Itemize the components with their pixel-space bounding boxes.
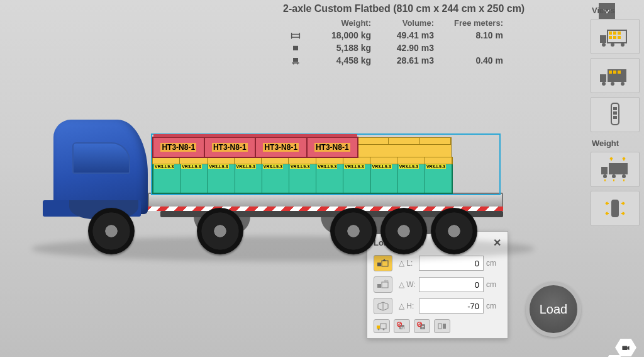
- svg-rect-14: [613, 36, 616, 39]
- capacity-icon: [283, 30, 308, 40]
- split-icon: [436, 322, 448, 331]
- free-header: Free meters:: [434, 18, 503, 28]
- delta-height-row: △ H: cm: [374, 298, 501, 314]
- svg-rect-8: [600, 35, 606, 43]
- svg-rect-32: [609, 163, 628, 174]
- weight-side-button[interactable]: [591, 152, 640, 187]
- volume-header: Volume:: [371, 18, 434, 28]
- no-weight-icon: kg: [396, 322, 408, 331]
- camera-icon: [621, 343, 631, 353]
- delta-width-label: △ W:: [399, 280, 416, 289]
- tool-split-button[interactable]: [434, 319, 450, 333]
- svg-point-16: [602, 43, 606, 47]
- right-panel: Views Weight: [587, 3, 644, 230]
- cargo-red-layer: HT3-N8-1 HT3-N8-1 HT3-N8-1 HT3-N8-1: [152, 137, 358, 158]
- svg-rect-4: [293, 58, 298, 62]
- view-top-button[interactable]: [591, 97, 640, 132]
- svg-rect-29: [613, 111, 617, 115]
- weight-header: Weight:: [308, 18, 371, 28]
- tool-weight-button[interactable]: kg: [394, 319, 410, 333]
- svg-point-54: [378, 329, 380, 331]
- cargo-green-layer: VR3-L9-3 VR3-L9-3 VR3-L9-3 VR3-L9-3 VR3-…: [152, 162, 453, 194]
- svg-text:T: T: [422, 326, 425, 329]
- no-text-icon: T: [416, 322, 428, 331]
- trailer-title: 2-axle Custom Flatbed (810 cm x 244 cm x…: [283, 3, 579, 17]
- svg-rect-21: [609, 71, 612, 74]
- svg-rect-15: [618, 36, 621, 39]
- stats-row-capacity: 18,000 kg 49.41 m3 8.10 m: [283, 29, 579, 42]
- svg-point-25: [611, 82, 614, 86]
- svg-point-33: [603, 174, 607, 178]
- views-label: Views: [591, 3, 641, 19]
- trailer-wheel-1: [197, 208, 243, 254]
- trailer-wheel-3: [380, 208, 427, 254]
- svg-rect-3: [293, 46, 298, 50]
- delta-width-row: abs △ W: cm: [374, 276, 501, 293]
- view-side-loaded-button[interactable]: [591, 19, 640, 54]
- svg-rect-64: [438, 324, 441, 329]
- weight-top-button[interactable]: [591, 191, 640, 226]
- svg-text:abs: abs: [384, 279, 388, 282]
- svg-point-6: [293, 64, 294, 65]
- cab-wheel: [88, 208, 135, 254]
- delta-height-label: △ H:: [399, 302, 416, 310]
- svg-point-7: [297, 64, 298, 65]
- stats-row-remaining: 4,458 kg 28.61 m3 0.40 m: [283, 54, 579, 67]
- remaining-icon: [283, 55, 308, 65]
- svg-rect-53: [380, 324, 386, 329]
- truck-abs-icon: abs: [376, 279, 390, 290]
- svg-rect-0: [292, 34, 300, 37]
- svg-rect-48: [377, 284, 381, 288]
- svg-point-55: [383, 329, 385, 331]
- load-button[interactable]: Load: [526, 281, 581, 337]
- truck-3d-view[interactable]: VR3-L9-3 VR3-L9-3 VR3-L9-3 VR3-L9-3 VR3-…: [38, 107, 528, 271]
- tool-text-button[interactable]: T: [414, 319, 430, 333]
- svg-rect-37: [622, 346, 627, 350]
- trailer-wheel-2: [330, 208, 377, 254]
- svg-rect-65: [443, 324, 446, 329]
- svg-rect-52: [377, 326, 380, 329]
- svg-rect-13: [609, 36, 612, 39]
- svg-rect-12: [618, 31, 621, 35]
- svg-rect-19: [600, 74, 606, 82]
- svg-point-34: [612, 174, 616, 178]
- cargo-yellow-top: [357, 137, 452, 145]
- svg-point-26: [621, 82, 625, 86]
- stats-column-headers: Weight: Volume: Free meters:: [283, 17, 579, 29]
- svg-rect-22: [613, 71, 616, 74]
- stats-header-block: 2-axle Custom Flatbed (810 cm x 244 cm x…: [283, 3, 579, 67]
- trailer-wheel-4: [431, 208, 477, 254]
- tool-truck-button[interactable]: [374, 319, 390, 333]
- delta-height-input[interactable]: [419, 298, 484, 314]
- svg-rect-5: [292, 62, 299, 64]
- svg-rect-23: [618, 71, 621, 74]
- svg-rect-31: [601, 167, 608, 174]
- stats-row-loaded: 5,188 kg 42.90 m3: [283, 42, 579, 54]
- box-height-icon: [376, 300, 390, 312]
- svg-point-18: [621, 43, 625, 47]
- svg-rect-49: [382, 282, 388, 288]
- svg-point-35: [622, 174, 626, 178]
- delta-width-input[interactable]: [419, 277, 484, 292]
- svg-rect-30: [613, 116, 617, 119]
- delta-height-icon-button[interactable]: [374, 298, 392, 314]
- svg-rect-10: [609, 31, 612, 35]
- weight-label: Weight: [591, 136, 641, 152]
- svg-rect-28: [613, 107, 617, 110]
- svg-point-24: [602, 82, 606, 86]
- dialog-toolbar: kg T: [374, 319, 501, 333]
- truck-icon: [376, 322, 387, 331]
- svg-rect-11: [613, 31, 616, 35]
- view-side-solid-button[interactable]: [591, 58, 640, 93]
- svg-point-17: [611, 43, 614, 47]
- camera-button[interactable]: [615, 338, 636, 357]
- cargo-yellow-stack: [357, 144, 452, 157]
- delta-width-icon-button[interactable]: abs: [374, 276, 392, 293]
- loaded-icon: [283, 43, 308, 53]
- svg-rect-36: [611, 200, 619, 217]
